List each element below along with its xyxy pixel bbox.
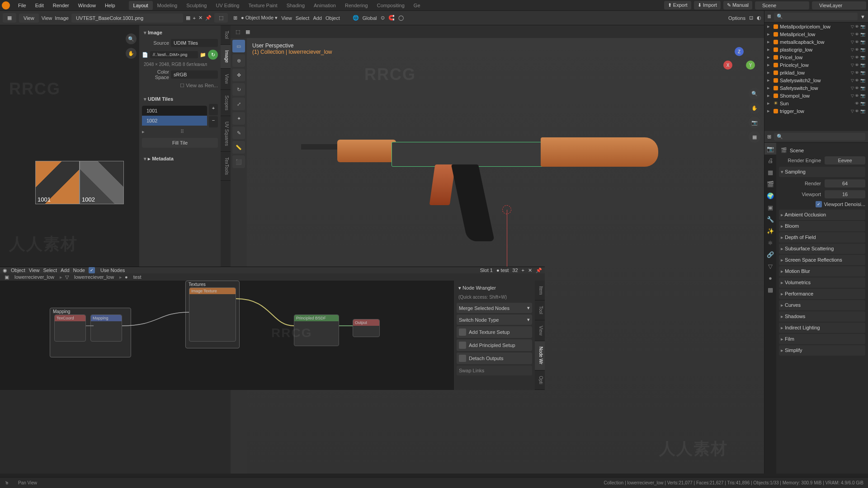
folder-icon[interactable]: 📁 <box>200 52 206 58</box>
nvtab-nodewrangler[interactable]: Node Wr <box>535 341 545 370</box>
manual-button[interactable]: ✎ Manual <box>723 1 752 9</box>
vp-add-menu[interactable]: Add <box>313 15 322 21</box>
use-nodes-checkbox[interactable]: ✓ <box>89 267 95 273</box>
perspective-toggle-icon[interactable]: ▦ <box>749 131 760 143</box>
vp-select-menu[interactable]: Select <box>296 15 310 21</box>
engine-dropdown[interactable]: Eevee <box>825 156 865 164</box>
outliner-item[interactable]: ▸Pricel_low▽ 👁 📷 <box>764 53 868 61</box>
select-mode-icon[interactable]: ▦ <box>243 28 252 36</box>
zoom-icon[interactable]: 🔍 <box>749 88 760 99</box>
image-path-field[interactable]: //..\test\...DIM>.png <box>150 51 198 58</box>
node-principled-bsdf[interactable]: Principled BSDF <box>294 314 339 346</box>
outliner-item[interactable]: ▸plasticgrip_low▽ 👁 📷 <box>764 46 868 53</box>
props-search[interactable]: 🔍 <box>774 133 865 141</box>
image-unlink-icon[interactable]: ✕ <box>198 15 203 21</box>
proportional-icon[interactable]: ◯ <box>398 15 404 21</box>
outliner-filter-icon[interactable]: ▼ <box>860 14 865 19</box>
section-curves[interactable]: Curves <box>779 300 865 310</box>
snap-icon[interactable]: 🧲 <box>388 15 395 21</box>
section-simplify[interactable]: Simplify <box>779 345 865 356</box>
outliner-item[interactable]: ▸Safetyswitch2_low▽ 👁 📷 <box>764 76 868 84</box>
view-as-render[interactable]: ☐ View as Ren... <box>180 83 218 89</box>
reload-image-button[interactable]: ↻ <box>208 50 218 60</box>
viewport-canvas[interactable]: User Perspective (1) Collection | lowerr… <box>247 38 764 474</box>
tab-physics[interactable]: ⚛ <box>764 237 776 249</box>
node-select-menu[interactable]: Select <box>43 267 57 273</box>
tool-transform[interactable]: ✦ <box>232 112 245 125</box>
node-mapping[interactable]: Mapping <box>90 314 122 342</box>
nw-add-principled-button[interactable]: Add Principled Setup <box>457 339 532 351</box>
nvtab-item[interactable]: Item <box>535 281 545 300</box>
zoom-icon[interactable]: 🔍 <box>126 33 137 44</box>
options-dropdown[interactable]: Options <box>728 15 745 21</box>
vtab-uvsquares[interactable]: UV Squares <box>221 116 231 152</box>
tab-scene[interactable]: 🎬 <box>764 178 776 190</box>
section-indirect[interactable]: Indirect Lighting <box>779 323 865 333</box>
tab-shading[interactable]: Shading <box>282 1 309 10</box>
tab-rendering[interactable]: Rendering <box>340 1 373 10</box>
section-bloom[interactable]: Bloom <box>779 221 865 231</box>
camera-icon[interactable]: 📷 <box>749 117 760 128</box>
outliner-item[interactable]: ▸Safetyswitch_low▽ 👁 📷 <box>764 84 868 92</box>
tool-move[interactable]: ✥ <box>232 69 245 81</box>
image-name-field[interactable]: UVTEST_BaseColor.1001.png <box>71 14 183 23</box>
menu-window[interactable]: Window <box>74 2 100 9</box>
metadata-section-header[interactable]: ▸ Metadata <box>142 154 218 164</box>
editor-type-icon[interactable]: ⊞ <box>233 15 237 21</box>
list-grip-icon[interactable]: ⠿ <box>180 129 184 135</box>
material-pin-icon[interactable]: 📌 <box>536 267 542 273</box>
menu-render[interactable]: Render <box>48 2 74 9</box>
tool-rotate[interactable]: ↻ <box>232 83 245 96</box>
nw-merge-dropdown[interactable]: Merge Selected Nodes▾ <box>457 303 532 313</box>
outliner-item[interactable]: ▸Metallpricel_low▽ 👁 📷 <box>764 30 868 38</box>
uv-snap-icon[interactable]: ⬚ <box>214 13 228 23</box>
vtab-textools[interactable]: TexTools <box>221 152 231 181</box>
tool-measure[interactable]: 📏 <box>232 141 245 154</box>
tab-particles[interactable]: ✨ <box>764 225 776 237</box>
section-film[interactable]: Film <box>779 334 865 344</box>
nvtab-tool[interactable]: Tool <box>535 300 545 320</box>
nw-header[interactable]: Node Wrangler <box>457 283 532 293</box>
udim-tile-1002[interactable]: 1002 <box>80 161 124 204</box>
outliner-type-icon[interactable]: ≣ <box>767 14 771 19</box>
material-unlink-icon[interactable]: ✕ <box>528 267 532 273</box>
shading-mode-icon[interactable]: ◐ <box>757 15 761 21</box>
pivot-icon[interactable]: ⊙ <box>381 15 385 21</box>
tab-more[interactable]: Ge <box>409 1 425 10</box>
scene-header[interactable]: 🎬 Scene <box>779 145 865 155</box>
tab-constraints[interactable]: 🔗 <box>764 249 776 260</box>
props-type-icon[interactable]: ⊞ <box>767 134 771 140</box>
material-new-icon[interactable]: + <box>522 267 524 273</box>
tab-uv-editing[interactable]: UV Editing <box>211 1 244 10</box>
vtab-image[interactable]: Image <box>221 45 231 69</box>
udim-tile-1001[interactable]: 1001 <box>35 161 80 204</box>
mode-dropdown[interactable]: ● Object Mode ▾ <box>241 15 278 21</box>
outliner-item[interactable]: ▸trigger_low▽ 👁 📷 <box>764 107 868 115</box>
tab-animation[interactable]: Animation <box>309 1 340 10</box>
source-dropdown[interactable]: UDIM Tiles <box>171 39 218 47</box>
tab-output[interactable]: 🖨 <box>764 155 776 166</box>
viewport-samples-field[interactable]: 16 <box>825 190 865 198</box>
outliner-item[interactable]: ▸metsallcapback_low▽ 👁 📷 <box>764 38 868 46</box>
section-performance[interactable]: Performance <box>779 289 865 299</box>
menu-help[interactable]: Help <box>100 2 120 9</box>
menu-file[interactable]: File <box>14 2 31 9</box>
outliner-item[interactable]: ▸Shompol_low▽ 👁 📷 <box>764 92 868 99</box>
uv-view-menu[interactable]: View <box>19 14 39 23</box>
tool-add-cube[interactable]: ⬛ <box>232 155 245 168</box>
tool-annotate[interactable]: ✎ <box>232 127 245 139</box>
export-button[interactable]: ⬆ Export <box>664 1 691 9</box>
nw-swap-button[interactable]: Swap Links <box>457 366 532 375</box>
list-expand-icon[interactable]: ▸ <box>142 129 145 135</box>
tab-texture[interactable]: ▩ <box>764 284 776 296</box>
node-add-menu[interactable]: Add <box>61 267 70 273</box>
import-button[interactable]: ⬇ Import <box>694 1 721 9</box>
breadcrumb-item[interactable]: lowerreciever_low <box>71 273 117 281</box>
tab-render[interactable]: 📷 <box>764 143 776 155</box>
outliner-item[interactable]: ▸Pricelcyl_low▽ 👁 📷 <box>764 61 868 69</box>
slot-dropdown[interactable]: Slot 1 <box>480 267 493 273</box>
outliner-item[interactable]: ▸Metallpodpricelom_low▽ 👁 📷 <box>764 23 868 30</box>
vtab-view[interactable]: View <box>221 69 231 90</box>
uv-image-menu[interactable]: Image <box>55 15 69 21</box>
tool-scale[interactable]: ⤢ <box>232 98 245 110</box>
